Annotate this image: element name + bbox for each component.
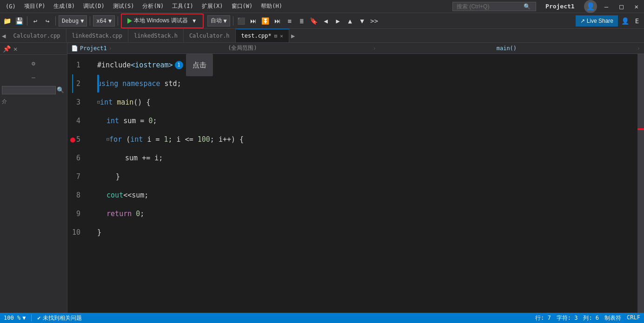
debug-config-label: Debug bbox=[62, 18, 79, 24]
toolbar-icon-1[interactable]: 📁 bbox=[2, 16, 12, 26]
toolbar-debug-icon[interactable]: ⬛ bbox=[236, 16, 246, 26]
line-num-3: 3 bbox=[72, 93, 86, 112]
arch-dropdown[interactable]: x64 ▼ bbox=[93, 15, 115, 26]
toolbar-align-icon[interactable]: ≡ bbox=[285, 16, 295, 26]
line-num-7: 7 bbox=[72, 167, 86, 186]
expand-icon[interactable]: E bbox=[632, 16, 642, 26]
run-button[interactable]: 本地 Windows 调试器 ▼ bbox=[123, 15, 201, 26]
tab-linkedstack-h[interactable]: linkedStack.h bbox=[128, 29, 184, 43]
code-token: int bbox=[130, 130, 147, 149]
run-dropdown-icon[interactable]: ▼ bbox=[192, 18, 197, 24]
breadcrumb-sep-3: › bbox=[637, 45, 640, 52]
code-token: return bbox=[106, 204, 136, 223]
sidebar-pin-icon[interactable]: 📌 bbox=[2, 44, 12, 53]
sidebar-dash-icon[interactable]: — bbox=[27, 71, 40, 84]
code-token: for bbox=[109, 130, 126, 149]
tab-scroll-left[interactable]: ◀ bbox=[0, 32, 7, 40]
tab-scroll-right[interactable]: ▶ bbox=[289, 32, 297, 40]
code-line-1: #include<iostream> 1 点击 bbox=[97, 56, 644, 74]
editor-container: 📄 Project1 › (全局范围) › main() › 1 2 3 bbox=[67, 43, 644, 313]
line-indicator bbox=[97, 75, 99, 92]
tab-test-cpp[interactable]: test.cpp* ⊞ ✕ bbox=[236, 29, 289, 43]
toolbar-icon-2[interactable]: 💾 bbox=[14, 16, 24, 26]
line-num-8: 8 bbox=[72, 186, 86, 204]
toolbar-nav-up[interactable]: ▲ bbox=[345, 16, 355, 26]
toolbar-extra[interactable]: >> bbox=[369, 16, 379, 26]
chevron-down-icon-3: ▼ bbox=[224, 18, 227, 24]
auto-dropdown[interactable]: 自动 ▼ bbox=[207, 15, 230, 26]
breadcrumb-scope: (全局范围) bbox=[114, 44, 371, 52]
code-line-6: sum += i; bbox=[97, 149, 644, 167]
left-panel-icons: ⚙ — 🔍 介 bbox=[0, 55, 67, 109]
search-icon: 🔍 bbox=[524, 3, 531, 10]
sidebar-search-icon[interactable]: 🔍 bbox=[56, 86, 65, 94]
debug-config-dropdown[interactable]: Debug ▼ bbox=[59, 15, 87, 26]
user-icon[interactable]: 👤 bbox=[620, 16, 630, 26]
zoom-item[interactable]: 100 % ▼ bbox=[4, 315, 26, 321]
toolbar-step2-icon[interactable]: ⏬ bbox=[260, 16, 271, 26]
toolbar-nav-left[interactable]: ◀ bbox=[321, 16, 331, 26]
close-button[interactable]: ✕ bbox=[631, 3, 642, 10]
sidebar-close-icon[interactable]: ✕ bbox=[13, 44, 18, 53]
breadcrumb-project-icon: 📄 bbox=[71, 45, 78, 52]
menu-item-analyze[interactable]: 分析(N) bbox=[139, 1, 167, 11]
tab-label-2: linkedStack.h bbox=[134, 33, 178, 39]
toolbar-bookmark-icon[interactable]: 🔖 bbox=[309, 16, 319, 26]
menu-item-debug[interactable]: 调试(D) bbox=[80, 1, 108, 11]
code-token: int bbox=[100, 93, 117, 112]
menu-item-test[interactable]: 测试(S) bbox=[109, 1, 138, 11]
menu-item-help[interactable]: 帮助(H) bbox=[257, 1, 286, 11]
toolbar-nav-down[interactable]: ▼ bbox=[357, 16, 367, 26]
code-token: 100 bbox=[198, 130, 210, 149]
arch-label: x64 bbox=[96, 18, 106, 24]
code-editor[interactable]: 1 2 3 4 5 ● 6 7 8 9 10 bbox=[67, 54, 644, 313]
toolbar-step3-icon[interactable]: ⏭ bbox=[272, 16, 283, 26]
tab-calculator-h[interactable]: Calculator.h bbox=[184, 29, 236, 43]
menu-item-extend[interactable]: 扩展(X) bbox=[198, 1, 227, 11]
tab-label-3: Calculator.h bbox=[189, 33, 230, 39]
menu-item-build[interactable]: 生成(B) bbox=[50, 1, 79, 11]
editor-area: 1 2 3 4 5 ● 6 7 8 9 10 bbox=[67, 54, 644, 313]
live-share-button[interactable]: ↗ Live Share bbox=[576, 15, 618, 26]
toolbar-align2-icon[interactable]: ≣ bbox=[297, 16, 307, 26]
tab-label-0: Calculator.cpp bbox=[13, 33, 60, 39]
restore-button[interactable]: □ bbox=[616, 3, 627, 10]
menu-item-window[interactable]: 窗口(W) bbox=[228, 1, 257, 11]
breadcrumb-project[interactable]: Project1 bbox=[80, 45, 107, 52]
minimize-button[interactable]: — bbox=[601, 3, 612, 10]
code-token: sum = bbox=[123, 112, 148, 130]
breadcrumb-symbol: main() bbox=[378, 45, 635, 52]
breakpoint-indicator: ● bbox=[70, 130, 75, 149]
menu-item-g[interactable]: (G) bbox=[2, 2, 20, 11]
tab-calculator-cpp[interactable]: Calculator.cpp bbox=[7, 29, 66, 43]
run-button-container: 本地 Windows 调试器 ▼ bbox=[121, 13, 203, 28]
statusbar: 100 % ▼ ✔ 未找到相关问题 行: 7 字符: 3 列: 6 制表符 CR… bbox=[0, 313, 644, 323]
code-token: using namespace bbox=[97, 74, 165, 93]
menu-item-tools[interactable]: 工具(I) bbox=[168, 1, 197, 11]
undo-icon[interactable]: ↩ bbox=[30, 16, 40, 26]
code-token: 0 bbox=[136, 204, 140, 223]
toolbar-step-icon[interactable]: ⏭ bbox=[248, 16, 259, 26]
tabbar: ◀ Calculator.cpp linkedStack.cpp linkedS… bbox=[0, 29, 644, 43]
sidebar-settings-icon[interactable]: ⚙ bbox=[27, 57, 40, 70]
live-share-icon: ↗ bbox=[580, 18, 585, 24]
menu-item-project[interactable]: 项目(P) bbox=[20, 1, 49, 11]
toolbar-nav-right[interactable]: ▶ bbox=[333, 16, 343, 26]
sidebar-search-input[interactable] bbox=[2, 86, 56, 94]
auto-label: 自动 bbox=[211, 17, 222, 25]
redo-icon[interactable]: ↪ bbox=[42, 16, 53, 26]
search-bar: 🔍 bbox=[452, 2, 536, 11]
tab-linkedstack-cpp[interactable]: linkedStack.cpp bbox=[66, 29, 128, 43]
line-num-9: 9 bbox=[72, 204, 86, 223]
char-info: 字符: 3 bbox=[557, 314, 578, 322]
sidebar: 📌 ✕ ⚙ — 🔍 介 bbox=[0, 43, 67, 313]
tab-close-4[interactable]: ✕ bbox=[280, 33, 283, 39]
main-content: 📌 ✕ ⚙ — 🔍 介 📄 Project1 › bbox=[0, 43, 644, 313]
tooltip-badge: 1 bbox=[175, 61, 183, 69]
status-text: 未找到相关问题 bbox=[43, 314, 82, 322]
search-input[interactable] bbox=[457, 3, 522, 10]
run-icon bbox=[127, 18, 132, 24]
code-line-3: ⊟ int main() { bbox=[97, 93, 644, 112]
code-line-2: using namespace std; bbox=[97, 74, 644, 93]
code-area: 1 2 3 4 5 ● 6 7 8 9 10 bbox=[67, 54, 644, 242]
